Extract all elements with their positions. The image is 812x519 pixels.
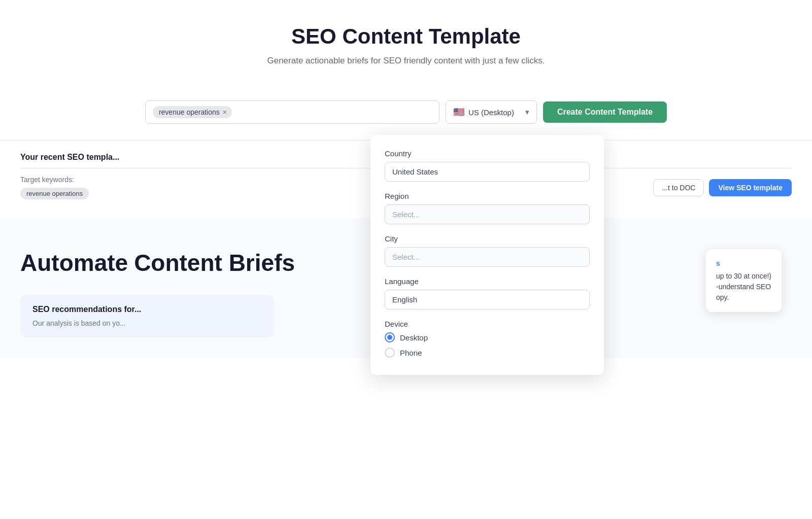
- device-label: Device: [385, 320, 590, 328]
- language-input[interactable]: [385, 290, 590, 309]
- promo-link[interactable]: s: [716, 258, 771, 269]
- keyword-tag-close[interactable]: ×: [223, 109, 227, 116]
- promo-line1: up to 30 at once!): [716, 272, 771, 280]
- create-content-template-button[interactable]: Create Content Template: [543, 101, 667, 123]
- city-select[interactable]: Select...: [385, 247, 590, 267]
- target-keywords-label: Target keywords:: [20, 176, 89, 184]
- locale-flag: 🇺🇸: [453, 107, 464, 118]
- page-title: SEO Content Template: [20, 24, 792, 49]
- region-section: Region Select...: [385, 192, 590, 224]
- page-subtitle: Generate actionable briefs for SEO frien…: [20, 56, 792, 66]
- language-label: Language: [385, 277, 590, 286]
- country-section: Country: [385, 149, 590, 182]
- view-seo-template-button[interactable]: View SEO template: [709, 179, 792, 196]
- phone-label: Phone: [400, 349, 422, 357]
- recent-keywords: Target keywords: revenue operations: [20, 176, 89, 199]
- seo-rec-title: SEO recommendations for...: [32, 305, 262, 314]
- automate-text-block: Automate Content Briefs: [20, 249, 376, 285]
- promo-line3: opy.: [716, 293, 729, 301]
- city-label: City: [385, 234, 590, 243]
- device-desktop-option[interactable]: Desktop: [385, 332, 590, 342]
- search-row: revenue operations × 🇺🇸 US (Desktop) ▾ C…: [0, 100, 812, 140]
- promo-card: s up to 30 at once!) -understand SEO opy…: [706, 249, 782, 312]
- country-input[interactable]: [385, 162, 590, 182]
- promo-line2: -understand SEO: [716, 283, 771, 291]
- country-label: Country: [385, 149, 590, 158]
- seo-rec-card: SEO recommendations for... Our analysis …: [20, 295, 274, 337]
- keyword-tag-text: revenue operations: [159, 108, 220, 116]
- device-section: Device Desktop Phone: [385, 320, 590, 358]
- automate-title-left: Automate: [20, 249, 128, 276]
- export-doc-button[interactable]: ...t to DOC: [653, 179, 704, 196]
- city-section: City Select...: [385, 234, 590, 267]
- radio-dot: [387, 335, 392, 340]
- keyword-tag[interactable]: revenue operations ×: [153, 106, 232, 118]
- seo-rec-body: Our analysis is based on yo...: [32, 319, 262, 327]
- recent-actions: ...t to DOC View SEO template: [653, 179, 792, 196]
- language-section: Language: [385, 277, 590, 309]
- device-phone-option[interactable]: Phone: [385, 348, 590, 358]
- recent-keyword-tag: revenue operations: [20, 188, 89, 199]
- region-select[interactable]: Select...: [385, 204, 590, 224]
- desktop-label: Desktop: [400, 333, 428, 342]
- region-label: Region: [385, 192, 590, 200]
- recent-section-title: Your recent SEO templa...: [20, 153, 119, 162]
- page-wrapper: SEO Content Template Generate actionable…: [0, 0, 812, 519]
- locale-label: US (Desktop): [468, 108, 514, 117]
- phone-radio[interactable]: [385, 348, 395, 358]
- locale-dropdown-trigger[interactable]: 🇺🇸 US (Desktop) ▾: [446, 100, 537, 124]
- hero-section: SEO Content Template Generate actionable…: [0, 0, 812, 100]
- desktop-radio[interactable]: [385, 332, 395, 342]
- chevron-down-icon: ▾: [525, 108, 529, 117]
- keyword-input-wrapper[interactable]: revenue operations ×: [145, 100, 439, 124]
- search-input[interactable]: [236, 108, 432, 117]
- automate-title-right: Content Briefs: [134, 249, 295, 276]
- locale-settings-dropdown: Country Region Select... City Select... …: [370, 135, 604, 375]
